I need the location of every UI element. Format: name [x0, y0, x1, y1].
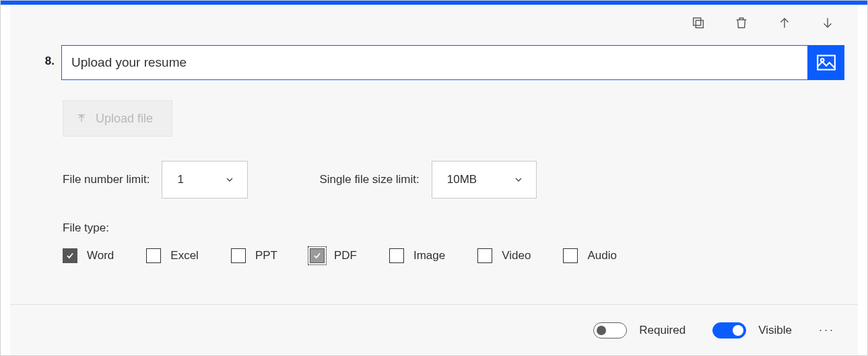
svg-rect-0 [696, 20, 703, 28]
svg-rect-1 [694, 18, 701, 26]
question-number: 8. [32, 45, 61, 80]
svg-rect-2 [817, 56, 835, 70]
delete-button[interactable] [734, 15, 749, 30]
upload-icon [75, 112, 88, 124]
chevron-down-icon [224, 174, 235, 185]
file-type-option[interactable]: Image [389, 248, 445, 263]
insert-media-button[interactable] [808, 45, 844, 80]
arrow-up-icon [777, 15, 792, 30]
file-type-label: File type: [63, 221, 844, 235]
file-number-limit-value: 1 [177, 173, 183, 186]
question-toolbar [10, 5, 858, 41]
limits-row: File number limit: 1 Single file size li… [63, 161, 844, 199]
file-type-label: Audio [587, 249, 616, 262]
file-size-limit-select[interactable]: 10MB [432, 161, 537, 199]
file-type-option[interactable]: Word [63, 248, 114, 263]
arrow-down-icon [820, 15, 835, 30]
file-type-row: WordExcelPPTPDFImageVideoAudio [63, 248, 844, 263]
visible-toggle[interactable] [712, 322, 746, 339]
file-size-limit-group: Single file size limit: 10MB [319, 161, 536, 199]
file-number-limit-label: File number limit: [63, 173, 149, 186]
chevron-down-icon [513, 174, 524, 185]
card-footer: Required Visible ··· [10, 304, 858, 355]
file-type-option[interactable]: PPT [231, 248, 277, 263]
file-number-limit-select[interactable]: 1 [162, 161, 248, 199]
question-title-row: 8. [10, 45, 858, 80]
question-input-wrap [61, 45, 844, 80]
question-card: 8. Upload file File number limit: 1 [0, 0, 868, 356]
file-type-label: Word [87, 249, 114, 262]
visible-toggle-group: Visible [712, 322, 792, 339]
image-icon [817, 55, 836, 71]
required-toggle[interactable] [593, 322, 627, 339]
file-size-limit-label: Single file size limit: [319, 173, 419, 186]
copy-icon [691, 15, 706, 30]
checkbox[interactable] [231, 248, 246, 263]
duplicate-button[interactable] [691, 15, 706, 30]
file-type-option[interactable]: Audio [563, 248, 616, 263]
required-label: Required [639, 324, 686, 337]
visible-label: Visible [758, 324, 792, 337]
file-type-label: PDF [334, 249, 357, 262]
checkbox[interactable] [389, 248, 404, 263]
checkbox[interactable] [310, 248, 325, 263]
checkbox[interactable] [63, 248, 77, 263]
file-type-label: Video [502, 249, 531, 262]
question-title-input[interactable] [61, 45, 808, 80]
file-number-limit-group: File number limit: 1 [63, 161, 248, 199]
file-type-option[interactable]: Video [477, 248, 531, 263]
move-up-button[interactable] [777, 15, 792, 30]
file-size-limit-value: 10MB [447, 173, 477, 186]
upload-file-label: Upload file [96, 112, 153, 126]
more-options-button[interactable]: ··· [819, 323, 835, 337]
checkbox[interactable] [146, 248, 161, 263]
checkbox[interactable] [477, 248, 492, 263]
upload-file-button: Upload file [63, 100, 172, 137]
checkbox[interactable] [563, 248, 578, 263]
file-type-label: Image [413, 249, 445, 262]
file-type-label: Excel [170, 249, 199, 262]
file-type-option[interactable]: PDF [310, 248, 357, 263]
question-body: Upload file File number limit: 1 Single … [10, 80, 858, 263]
card-body: 8. Upload file File number limit: 1 [10, 5, 858, 355]
file-type-option[interactable]: Excel [146, 248, 199, 263]
file-type-label: PPT [255, 249, 277, 262]
move-down-button[interactable] [820, 15, 835, 30]
trash-icon [734, 15, 749, 30]
required-toggle-group: Required [593, 322, 686, 339]
